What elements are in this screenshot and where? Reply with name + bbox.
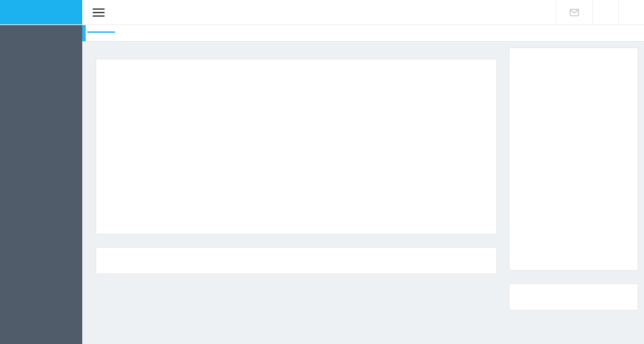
side-column: [509, 47, 638, 344]
current-user-menu[interactable]: [592, 0, 618, 24]
statistics-chart-card: [95, 59, 497, 234]
contact-card: [509, 283, 638, 311]
sidebar-toggle-button[interactable]: [82, 0, 114, 24]
chart-header: [107, 68, 485, 87]
tab-dashboard[interactable]: [87, 31, 115, 33]
server-info-card: [95, 247, 497, 274]
main-area: [82, 25, 644, 344]
mail-icon: [569, 7, 580, 18]
sidebar: [0, 25, 82, 344]
content: [82, 42, 644, 344]
latest-messages-card: [509, 47, 638, 271]
app-logo: [0, 0, 82, 24]
top-header: [0, 0, 644, 25]
logout-button[interactable]: [618, 0, 644, 24]
main-column: [95, 47, 497, 344]
messages-button[interactable]: [555, 0, 592, 24]
header-actions: [555, 0, 644, 24]
hamburger-icon: [93, 6, 105, 19]
tab-bar: [82, 25, 644, 42]
active-tab-indicator: [82, 25, 86, 41]
